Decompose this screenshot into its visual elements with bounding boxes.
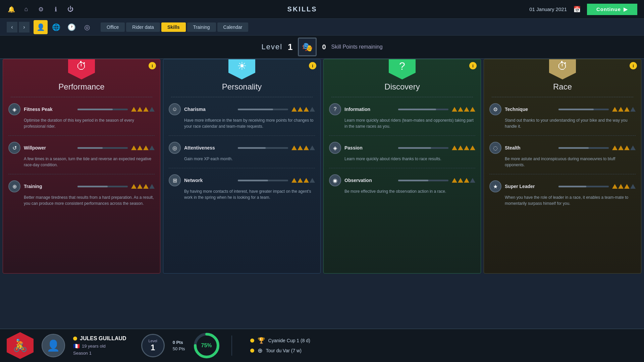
tab-rider-data[interactable]: Rider data (126, 22, 160, 32)
continue-button[interactable]: Continue ▶ (587, 4, 637, 15)
skill-points-num: 0 (322, 43, 326, 51)
tri-1 (131, 145, 137, 150)
skill-information: ? Information Learn more quickly about r… (324, 100, 481, 133)
network-triangles (291, 178, 315, 183)
tri-3 (143, 145, 149, 150)
super-leader-bar-fill (558, 186, 586, 187)
skill-passion-row: ◈ Passion (329, 142, 475, 154)
information-desc: Learn more quickly about riders (team-ma… (329, 117, 475, 129)
stealth-bar-fill (558, 147, 589, 149)
tab-calendar[interactable]: Calendar (217, 22, 249, 32)
info-icon[interactable]: ℹ (51, 5, 60, 14)
tri-3 (143, 107, 149, 112)
technique-icon: ⚙ (489, 103, 501, 115)
level-circle-num: 1 (151, 343, 155, 352)
discovery-info-badge[interactable]: i (469, 62, 477, 69)
network-name: Network (184, 178, 234, 183)
calendar-icon[interactable]: 📅 (572, 5, 582, 14)
skill-stealth-row: ◌ Stealth (489, 142, 636, 154)
progress-circle: 75% (193, 332, 220, 359)
nav-icon-globe[interactable]: 🌐 (49, 20, 63, 34)
race-item-1: 🏆 Cyanide Cup 1 (8 d) (250, 337, 637, 344)
training-bar-fill (77, 186, 108, 187)
training-name: Training (24, 184, 74, 189)
card-race-header: ⏱ i Race (484, 59, 641, 94)
race-hex-icon: ⏱ (549, 59, 576, 79)
super-leader-desc: When you have the role of leader in a ra… (489, 194, 636, 206)
technique-triangles (612, 107, 636, 112)
chevron-right-icon: ▶ (624, 6, 628, 12)
stealth-desc: Be more astute and inconspicuous during … (489, 156, 636, 168)
next-button[interactable]: › (19, 22, 30, 33)
card-personality: ☀ i Personality ☺ Charisma Have more inf… (163, 59, 321, 274)
attentiveness-triangles (291, 145, 315, 150)
tri-4 (149, 184, 155, 189)
passion-name: Passion (344, 145, 395, 150)
network-icon: ⊞ (169, 174, 181, 186)
nav-icon-clock[interactable]: 🕐 (64, 20, 78, 34)
personality-title: Personality (222, 82, 262, 92)
tri-4 (149, 145, 155, 150)
personality-info-badge[interactable]: i (309, 62, 316, 69)
skill-willpower-row: ↺ Willpower (8, 142, 155, 154)
network-desc: By having more contacts of interest, hav… (169, 188, 315, 200)
nav-prev-next: ‹ › (7, 22, 30, 33)
charisma-triangles (291, 107, 315, 112)
training-icon: ⊕ (8, 180, 20, 192)
tab-office[interactable]: Office (101, 22, 125, 32)
races-section: 🏆 Cyanide Cup 1 (8 d) ⊕ Tour du Var (7 w… (250, 337, 637, 354)
rider-avatar: 👤 (42, 334, 65, 357)
passion-bar-fill (398, 147, 431, 149)
willpower-bar-fill (77, 147, 103, 149)
tab-skills[interactable]: Skills (161, 22, 186, 32)
charisma-bar-track (238, 109, 288, 110)
rider-badge: 🎭 (298, 38, 317, 56)
rider-portrait-hex: 🚴 (7, 332, 34, 359)
skill-willpower: ↺ Willpower A few times in a season, tur… (3, 138, 160, 171)
fitness-triangles (131, 107, 155, 112)
stealth-icon: ◌ (489, 142, 501, 154)
performance-info-badge[interactable]: i (149, 62, 156, 69)
skill-technique-row: ⚙ Technique (489, 103, 636, 115)
skill-charisma-row: ☺ Charisma (169, 103, 315, 115)
level-circle: Level 1 (141, 334, 165, 357)
training-triangles (131, 184, 155, 189)
skill-passion: ◈ Passion Learn more quickly about rider… (324, 138, 481, 165)
skill-network: ⊞ Network By having more contacts of int… (163, 171, 320, 204)
page-title: SKILLS (287, 5, 317, 13)
date-display: 01 January 2021 (529, 6, 567, 12)
level-circle-label: Level (149, 339, 157, 343)
tri-2 (137, 107, 143, 112)
gear-icon[interactable]: ⚙ (36, 5, 46, 14)
rider-info: JULES GUILLAUD 🇫🇷 19 years old Season 1 (73, 336, 126, 356)
bell-icon[interactable]: 🔔 (7, 5, 16, 14)
card-personality-header: ☀ i Personality (163, 59, 320, 94)
tab-training[interactable]: Training (187, 22, 216, 32)
performance-title: Performance (58, 82, 104, 92)
nav-icon-rider[interactable]: 👤 (34, 20, 48, 34)
home-icon[interactable]: ⌂ (21, 5, 31, 14)
race-info-badge[interactable]: i (630, 62, 637, 69)
willpower-name: Willpower (24, 145, 74, 150)
skill-training-row: ⊕ Training (8, 180, 155, 192)
bottom-bar: 🚴 👤 JULES GUILLAUD 🇫🇷 19 years old Seaso… (0, 328, 644, 362)
nav-icons: 👤 🌐 🕐 ◎ (34, 20, 94, 34)
charisma-name: Charisma (184, 107, 234, 112)
nav-icon-chart[interactable]: ◎ (80, 20, 94, 34)
tri-2 (137, 145, 143, 150)
super-leader-icon: ★ (489, 180, 501, 192)
fitness-peak-desc: Optimise the duration of this key period… (8, 117, 155, 129)
card-race: ⏱ i Race ⚙ Technique Stand out thanks to… (484, 59, 641, 274)
rider-season: Season 1 (73, 351, 126, 356)
progress-pct: 75% (201, 343, 212, 349)
nav-row: ‹ › 👤 🌐 🕐 ◎ Office Rider data Skills Tra… (0, 19, 644, 36)
power-icon[interactable]: ⏻ (66, 5, 75, 14)
personality-divider-top (171, 97, 312, 97)
skill-stealth: ◌ Stealth Be more astute and inconspicuo… (484, 138, 641, 171)
prev-button[interactable]: ‹ (7, 22, 17, 33)
super-leader-name: Super Leader (505, 184, 555, 189)
race-dot-1 (250, 339, 254, 343)
super-leader-triangles (612, 184, 636, 189)
observation-bar-track (398, 180, 448, 181)
information-bar-fill (398, 109, 436, 110)
